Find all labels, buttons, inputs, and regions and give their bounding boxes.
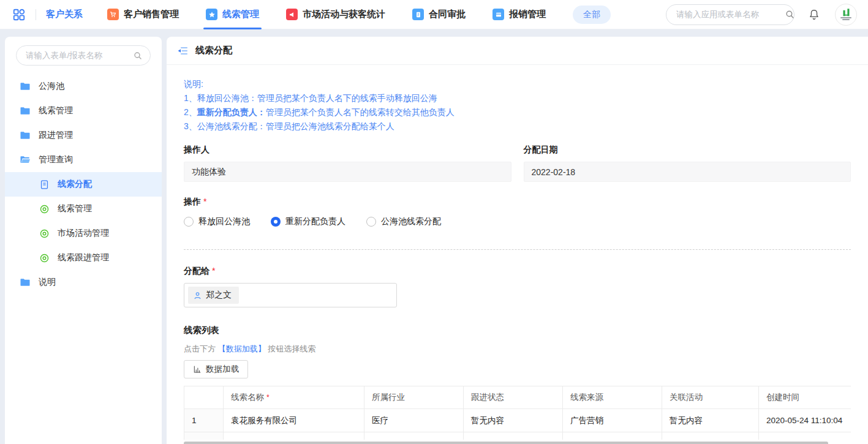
collapse-sidebar-icon[interactable]	[176, 45, 189, 57]
dashed-divider	[184, 249, 851, 250]
main-panel: 线索分配 说明: 1、释放回公海池：管理员把某个负责人名下的线索手动释放回公海 …	[167, 37, 868, 444]
source-cell: 广告营销	[563, 409, 662, 432]
notice-line: 2、重新分配负责人：管理员把某个负责人名下的线索转交给其他负责人	[184, 105, 851, 119]
sidebar-item-lead-followup-mgmt[interactable]: 线索跟进管理	[5, 246, 162, 270]
leads-table: 线索名称* 所属行业 跟进状态 线索来源 关联活动 创建时间 1 袁花服务有限公…	[184, 386, 851, 440]
operator-label: 操作人	[184, 145, 511, 156]
sidebar-search[interactable]	[16, 45, 151, 66]
star-icon	[206, 9, 217, 20]
tab-label: 客户销售管理	[124, 9, 179, 20]
folder-icon	[20, 277, 31, 288]
tab-lead-management[interactable]: 线索管理	[206, 0, 259, 29]
assignee-chip[interactable]: 郑之文	[188, 287, 239, 304]
target-icon	[39, 253, 50, 263]
sidebar-item-label: 市场活动管理	[58, 228, 109, 239]
tab-market-activity[interactable]: 市场活动与获客统计	[286, 0, 385, 29]
sidebar-item-lead-mgmt-report[interactable]: 线索管理	[5, 197, 162, 221]
vendor-logo-icon	[842, 9, 851, 17]
tab-contract-approval[interactable]: 合同审批	[412, 0, 466, 29]
sidebar-item-public-pool[interactable]: 公海池	[5, 74, 162, 99]
horizontal-scrollbar[interactable]	[184, 442, 851, 444]
cart-icon	[107, 9, 119, 20]
table-row[interactable]: 1 袁花服务有限公司 医疗 暂无内容 广告营销 暂无内容 2020-05-24 …	[184, 409, 851, 432]
bar-chart-icon	[193, 365, 202, 374]
activity-cell: 暂无内容	[662, 409, 759, 432]
notice-heading: 说明:	[184, 77, 851, 91]
load-data-button[interactable]: 数据加载	[184, 360, 248, 378]
main-header: 线索分配	[167, 37, 868, 65]
target-icon	[39, 204, 50, 214]
megaphone-icon	[286, 9, 298, 20]
notification-bell-icon[interactable]	[808, 9, 820, 21]
assign-date-label: 分配日期	[524, 145, 851, 156]
search-icon[interactable]	[785, 9, 795, 20]
action-label: 操作*	[184, 197, 851, 208]
sidebar-item-admin-query[interactable]: 管理查询	[5, 148, 162, 172]
radio-icon[interactable]	[366, 217, 376, 227]
tab-label: 合同审批	[429, 9, 466, 20]
lead-name-cell: 袁花服务有限公司	[224, 409, 364, 432]
notice-line: 1、释放回公海池：管理员把某个负责人名下的线索手动释放回公海	[184, 91, 851, 105]
tab-label: 线索管理	[222, 9, 259, 20]
folder-icon	[20, 81, 31, 92]
sidebar-item-label: 线索管理	[58, 203, 92, 214]
search-icon[interactable]	[133, 51, 143, 61]
leads-hint: 点击下方 【数据加载】 按钮选择线索	[184, 344, 851, 355]
sidebar-item-lead-mgmt[interactable]: 线索管理	[5, 99, 162, 123]
topbar: 客户关系 客户销售管理 线索管理 市场活动与获客统计 合同审批 报销管理 全部	[0, 0, 868, 29]
notice-line: 3、公海池线索分配：管理员把公海池线索分配给某个人	[184, 119, 851, 134]
apps-grid-icon[interactable]	[12, 8, 26, 21]
assign-to-label: 分配给*	[184, 266, 851, 277]
folder-icon	[20, 105, 31, 116]
tab-label: 市场活动与获客统计	[303, 9, 385, 20]
sidebar-item-label: 管理查询	[39, 154, 73, 165]
avatar-caption-lines	[840, 17, 851, 20]
sidebar-item-followup-mgmt[interactable]: 跟进管理	[5, 123, 162, 148]
folder-icon	[20, 130, 31, 141]
document-icon	[39, 179, 50, 190]
page-title: 线索分配	[195, 45, 232, 56]
contract-icon	[412, 9, 424, 20]
topbar-search-input[interactable]	[676, 10, 785, 19]
notice-block: 说明: 1、释放回公海池：管理员把某个负责人名下的线索手动释放回公海 2、重新分…	[184, 77, 851, 134]
tab-customer-sales[interactable]: 客户销售管理	[107, 0, 179, 29]
user-avatar[interactable]	[835, 4, 857, 26]
sidebar-item-label: 线索跟进管理	[58, 252, 109, 263]
assign-date-field: 2022-02-18	[524, 162, 851, 182]
tab-label: 报销管理	[509, 9, 546, 20]
radio-icon[interactable]	[271, 217, 281, 227]
card-icon	[492, 9, 504, 20]
required-asterisk: *	[266, 393, 270, 402]
operator-field: 功能体验	[184, 162, 511, 182]
sidebar-item-label: 跟进管理	[39, 130, 73, 141]
created-time-cell: 2020-05-24 11:10:04	[759, 409, 851, 432]
target-icon	[39, 228, 50, 239]
sidebar-item-label: 线索分配	[58, 179, 92, 190]
sidebar-item-market-activity-mgmt[interactable]: 市场活动管理	[5, 221, 162, 246]
nav-customer-relations[interactable]: 客户关系	[46, 9, 83, 20]
all-apps-pill[interactable]: 全部	[573, 6, 611, 24]
radio-release-to-pool[interactable]: 释放回公海池	[184, 216, 250, 227]
follow-status-cell: 暂无内容	[464, 409, 563, 432]
radio-pool-lead-assign[interactable]: 公海池线索分配	[366, 216, 441, 227]
scrollbar-thumb[interactable]	[184, 442, 828, 444]
table-row-partial	[184, 432, 851, 440]
assignee-field[interactable]: 郑之文	[184, 283, 397, 307]
required-asterisk: *	[203, 197, 206, 206]
topbar-divider	[36, 9, 36, 20]
tab-reimbursement[interactable]: 报销管理	[492, 0, 546, 29]
industry-cell: 医疗	[364, 409, 464, 432]
sidebar-item-instructions[interactable]: 说明	[5, 270, 162, 295]
sidebar-item-label: 线索管理	[39, 105, 73, 116]
folder-open-icon	[20, 154, 31, 165]
hint-load-link[interactable]: 【数据加载】	[218, 344, 266, 353]
topbar-search[interactable]	[666, 4, 794, 25]
required-asterisk: *	[212, 266, 215, 276]
sidebar-item-lead-assign[interactable]: 线索分配	[5, 172, 162, 197]
radio-reassign-owner[interactable]: 重新分配负责人	[271, 216, 345, 227]
row-index: 1	[184, 409, 224, 432]
radio-icon[interactable]	[184, 217, 194, 227]
sidebar-search-input[interactable]	[26, 51, 133, 60]
leads-section-title: 线索列表	[184, 325, 851, 336]
action-radio-group: 释放回公海池 重新分配负责人 公海池线索分配	[184, 216, 851, 227]
